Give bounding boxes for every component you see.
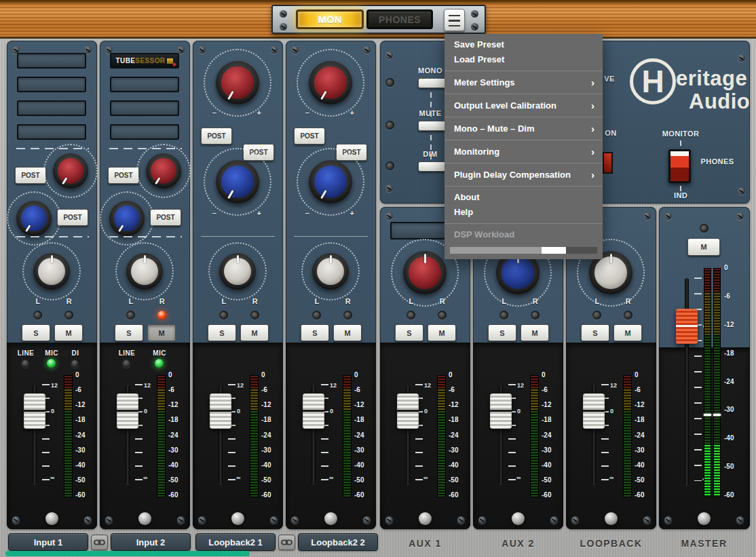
post-button[interactable]: POST	[294, 128, 325, 145]
mute-button[interactable]: M	[521, 324, 549, 341]
level-meter	[437, 375, 446, 497]
menu-item-monitoring[interactable]: Monitoring›	[445, 140, 603, 163]
insert-slot[interactable]	[110, 77, 179, 92]
monitor-phones-switch[interactable]	[668, 149, 691, 183]
menu-item-mono-mute-dim[interactable]: Mono – Mute – Dim›	[445, 117, 603, 140]
scale-label: -12	[168, 401, 178, 408]
menu-item-meter-settings[interactable]: Meter Settings›	[445, 71, 603, 94]
mute-button[interactable]: M	[333, 324, 362, 341]
scale-label: -50	[261, 476, 271, 484]
aux1-send-knob[interactable]	[309, 61, 352, 104]
solo-button[interactable]: S	[115, 324, 143, 341]
insert-slot[interactable]	[17, 77, 86, 92]
aux-level-knob[interactable]	[403, 251, 447, 294]
scale-label: -50	[75, 476, 85, 484]
aux2-send-knob[interactable]	[16, 201, 52, 236]
solo-button[interactable]: S	[301, 324, 329, 341]
channel-name-button-loopback2-1[interactable]: Loopback2 1	[195, 533, 276, 551]
screw-icon	[198, 516, 206, 524]
pan-knob[interactable]	[219, 253, 256, 290]
left-label: L	[35, 297, 40, 305]
menu-item-label: Meter Settings	[454, 77, 515, 88]
menu-item-label: Monitoring	[454, 147, 499, 157]
stereo-link-button[interactable]	[278, 535, 295, 550]
phones-label: PHONES	[701, 157, 734, 166]
menu-item-save-preset[interactable]: Save Preset	[445, 37, 603, 52]
menu-item-output-level-calibration[interactable]: Output Level Calibration›	[445, 94, 603, 117]
master-fader[interactable]	[676, 309, 698, 344]
bus-fader[interactable]	[397, 393, 419, 429]
plugin-badge-tubesessor[interactable]: TUBESESSOR	[110, 53, 179, 69]
insert-slot[interactable]	[17, 100, 86, 116]
aux2-send-knob[interactable]	[109, 201, 145, 236]
solo-button[interactable]: S	[208, 324, 236, 341]
right-led	[250, 311, 259, 320]
bus-fader[interactable]	[490, 393, 512, 429]
master-mute-button[interactable]: M	[687, 238, 720, 256]
fader-scale-zero: 0	[237, 408, 240, 415]
insert-slot[interactable]	[110, 100, 179, 116]
panel-markings	[294, 236, 368, 237]
channel-fader[interactable]	[210, 393, 231, 429]
scale-label: -40	[354, 461, 364, 469]
minus-label: –	[305, 209, 310, 217]
channel-fader[interactable]	[117, 393, 138, 429]
channel-fader[interactable]	[24, 393, 45, 429]
phones-button[interactable]: PHONES	[366, 9, 433, 29]
scale-label: -18	[354, 416, 364, 423]
insert-slot[interactable]	[17, 124, 86, 140]
mute-button[interactable]: M	[240, 324, 269, 341]
menu-item-label: DSP Workload	[454, 229, 514, 239]
bus-fader[interactable]	[583, 393, 605, 429]
menu-item-plugin-delay-compensation[interactable]: Plugin Delay Compensation›	[445, 164, 603, 186]
channel-name-button-loopback2-2[interactable]: Loopback2 2	[298, 533, 378, 551]
scale-label: -12	[542, 401, 551, 408]
screw-icon	[177, 516, 185, 524]
solo-button[interactable]: S	[22, 324, 50, 341]
post-button[interactable]: POST	[108, 167, 139, 184]
aux2-send-knob[interactable]	[309, 160, 352, 204]
screw-icon	[457, 516, 465, 524]
insert-slot[interactable]	[17, 53, 86, 69]
mute-button[interactable]: M	[428, 324, 456, 341]
scale-label: -40	[542, 461, 551, 469]
menu-separator	[445, 163, 603, 164]
left-label: L	[314, 297, 319, 305]
post-button[interactable]: POST	[15, 167, 46, 184]
solo-button[interactable]: S	[395, 324, 423, 341]
menu-item-about[interactable]: About	[445, 187, 603, 204]
post-button[interactable]: POST	[201, 128, 232, 145]
bus-label-master: MASTER	[659, 538, 749, 549]
menu-item-load-preset[interactable]: Load Preset	[445, 52, 603, 66]
solo-button[interactable]: S	[488, 324, 516, 341]
dim-led	[385, 161, 394, 170]
post-button[interactable]: POST	[57, 209, 88, 226]
stereo-link-button[interactable]	[91, 535, 108, 550]
aux2-send-knob[interactable]	[216, 160, 259, 204]
channel-fader[interactable]	[303, 393, 324, 429]
pan-knob[interactable]	[33, 253, 70, 290]
mic-label: MIC	[45, 349, 58, 357]
mute-button[interactable]: M	[147, 324, 176, 341]
aux1-send-knob[interactable]	[53, 153, 88, 189]
pan-knob[interactable]	[312, 253, 349, 290]
aux1-send-knob[interactable]	[216, 61, 259, 104]
pan-knob[interactable]	[126, 253, 163, 290]
menu-item-help[interactable]: Help	[445, 204, 603, 219]
mute-button[interactable]: M	[613, 324, 642, 341]
channel-name-button-input-1[interactable]: Input 1	[8, 533, 88, 551]
badge-text: SESSOR	[135, 57, 165, 64]
solo-button[interactable]: S	[581, 324, 609, 341]
knob-face	[314, 166, 346, 197]
channel-name-button-input-2[interactable]: Input 2	[111, 533, 191, 551]
scale-label: 0	[449, 371, 458, 379]
plus-label: +	[350, 209, 355, 217]
mute-button[interactable]: M	[54, 324, 83, 341]
insert-slot[interactable]	[110, 124, 179, 140]
aux1-send-knob[interactable]	[146, 153, 181, 189]
mon-button[interactable]: MON	[296, 9, 364, 29]
right-led	[64, 311, 73, 320]
post-button[interactable]: POST	[150, 209, 181, 226]
hamburger-menu-button[interactable]	[444, 9, 465, 31]
channel-strip-loopback2-2: – + POST POST – + L R S M 12 0 ∞ 0-6-12-…	[286, 41, 376, 529]
